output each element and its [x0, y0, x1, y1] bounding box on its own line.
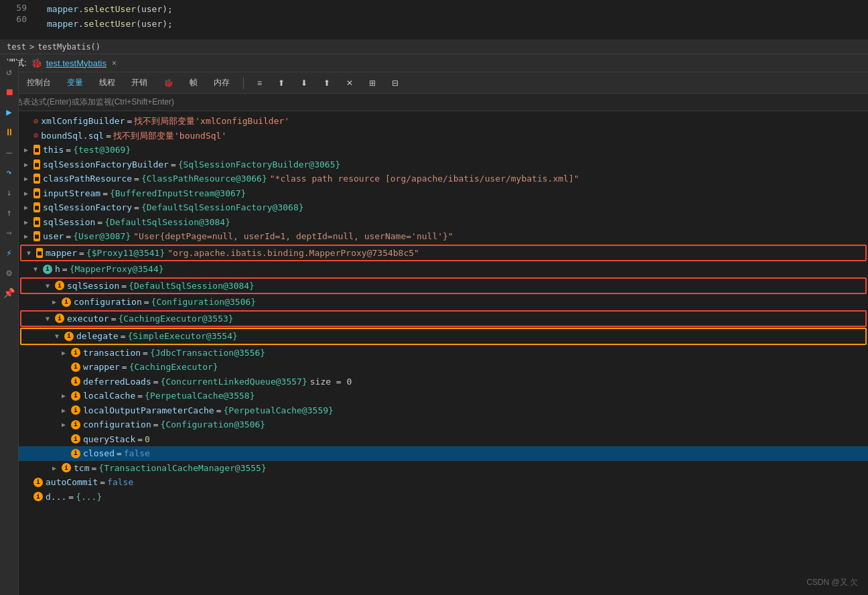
tree-deferredloads[interactable]: i deferredLoads = {ConcurrentLinkedQueue… — [19, 375, 868, 389]
arrow-is[interactable] — [24, 188, 33, 198]
side-evaluate[interactable]: ⚡ — [2, 245, 17, 260]
toolbar-threads[interactable]: 线程 — [96, 76, 118, 90]
tree-tcm[interactable]: i tcm = {TransactionalCacheManager@3555} — [19, 461, 868, 476]
arrow-sec[interactable] — [62, 419, 71, 429]
eval-placeholder[interactable]: 评估表达式(Enter)或添加监视(Ctrl+Shift+Enter) — [7, 97, 174, 107]
side-step-out[interactable]: ↑ — [2, 205, 17, 220]
icon-delegate: i — [64, 332, 74, 341]
tree-querystack[interactable]: i queryStack = 0 — [19, 432, 868, 447]
debug-icon: 🐞 — [31, 58, 42, 68]
close-tab-button[interactable]: × — [112, 58, 117, 68]
toolbar-vars[interactable]: 变量 — [64, 76, 86, 90]
icon-is: ■ — [33, 188, 40, 198]
arrow-delegate[interactable] — [55, 331, 64, 341]
tree-autocommit[interactable]: i autoCommit = false — [19, 475, 868, 490]
side-settings[interactable]: ⚙ — [2, 265, 17, 280]
toolbar-up1[interactable]: ⬆ — [275, 77, 287, 89]
icon-sfb: ■ — [33, 159, 40, 170]
breadcrumb-path: test — [7, 42, 26, 52]
arrow-h-ss[interactable] — [46, 281, 55, 291]
side-step-into[interactable]: ↓ — [2, 185, 17, 200]
arrow-h[interactable] — [33, 264, 43, 274]
tree-mapper[interactable]: ■ mapper = {$Proxy11@3541} "org.apache.i… — [20, 245, 867, 262]
icon-h: i — [43, 265, 52, 274]
error-xmlconfigbuilder: ⊘ xmlConfigBuilder = 找不到局部变量'xmlConfigBu… — [19, 114, 868, 129]
tree-d-ellipsis[interactable]: i d... = {...} — [19, 490, 868, 505]
tree-sqlsessionfactory[interactable]: ■ sqlSessionFactory = {DefaultSqlSession… — [19, 200, 868, 215]
tree-localoutputparamcache[interactable]: i localOutputParameterCache = {Perpetual… — [19, 403, 868, 418]
tree-user[interactable]: ■ user = {User@3087} "User{deptPage=null… — [19, 229, 868, 244]
arrow-ssf[interactable] — [24, 202, 33, 212]
toolbar-frame-icon[interactable]: 🐞 — [161, 77, 176, 89]
debug-tree: ⊘ xmlConfigBuilder = 找不到局部变量'xmlConfigBu… — [19, 111, 868, 559]
arrow-mapper[interactable] — [27, 248, 36, 258]
breadcrumb-sep: > — [29, 42, 34, 52]
arrow-this[interactable] — [24, 145, 33, 155]
debug-tab[interactable]: test.testMybatis — [46, 58, 106, 68]
toolbar-console[interactable]: 控制台 — [24, 76, 54, 90]
side-pause[interactable]: ⏸ — [2, 125, 17, 139]
tree-wrapper[interactable]: i wrapper = {CachingExecutor} — [19, 360, 868, 375]
tree-delegate[interactable]: i delegate = {SimpleExecutor@3554} — [20, 328, 867, 345]
arrow-txn[interactable] — [62, 348, 71, 358]
side-resume[interactable]: ▶ — [2, 105, 17, 119]
toolbar-menu[interactable]: ≡ — [255, 77, 265, 89]
icon-sec: i — [71, 420, 80, 429]
arrow-lopc[interactable] — [62, 405, 71, 415]
tree-h-sqlsession[interactable]: i sqlSession = {DefaultSqlSession@3084} — [20, 277, 867, 295]
error-icon-2: ⊘ — [33, 129, 38, 141]
tree-inputstream[interactable]: ■ inputStream = {BufferedInputStream@306… — [19, 186, 868, 201]
side-restart[interactable]: ↺ — [2, 64, 17, 79]
toolbar-overhead[interactable]: 开销 — [129, 76, 150, 90]
icon-cpr: ■ — [33, 174, 40, 184]
eval-bar: 评估表达式(Enter)或添加监视(Ctrl+Shift+Enter) — [0, 94, 868, 111]
icon-h-ss-cfg: i — [62, 298, 71, 307]
side-stop[interactable]: ⏹ — [2, 84, 17, 99]
breadcrumb-method: testMybatis() — [38, 42, 100, 52]
tree-h[interactable]: i h = {MapperProxy@3544} — [19, 262, 868, 277]
toolbar: 控制台 变量 线程 开销 🐞 帧 内存 ≡ ⬆ ⬇ ⬆ ✕ ⊞ ⊟ — [0, 72, 868, 94]
tree-executor[interactable]: i executor = {CachingExecutor@3553} — [20, 310, 867, 328]
toolbar-frames[interactable]: 帧 — [187, 76, 200, 90]
icon-wrapper: i — [71, 362, 80, 372]
code-content: mapper.selectUser(user); mapper.selectUs… — [33, 0, 868, 40]
toolbar-close[interactable]: ✕ — [344, 77, 356, 89]
arrow-tcm[interactable] — [52, 463, 62, 473]
tree-localcache[interactable]: i localCache = {PerpetualCache@3558} — [19, 389, 868, 403]
icon-lopc: i — [71, 405, 80, 415]
tree-simpleexec-config[interactable]: i configuration = {Configuration@3506} — [19, 417, 868, 432]
toolbar-down[interactable]: ⬇ — [298, 77, 310, 89]
arrow-executor[interactable] — [46, 314, 55, 324]
tree-closed[interactable]: i closed = false — [19, 446, 868, 461]
icon-h-ss: i — [55, 281, 64, 290]
icon-executor: i — [55, 314, 64, 323]
arrow-lc[interactable] — [62, 391, 71, 401]
arrow-h-ss-cfg[interactable] — [52, 297, 62, 307]
icon-mapper: ■ — [36, 248, 43, 258]
arrow-ss[interactable] — [24, 217, 33, 227]
tree-transaction[interactable]: i transaction = {JdbcTransaction@3556} — [19, 346, 868, 360]
debug-header: 调试: 🐞 test.testMybatis × — [0, 54, 868, 72]
side-pin[interactable]: 📌 — [2, 285, 17, 300]
icon-user: ■ — [33, 231, 40, 241]
tree-this[interactable]: ■ this = {test@3069} — [19, 143, 868, 157]
arrow-sfb[interactable] — [24, 159, 33, 170]
arrow-cpr[interactable] — [24, 174, 33, 184]
icon-d: i — [33, 492, 43, 501]
tree-sqlsession[interactable]: ■ sqlSession = {DefaultSqlSession@3084} — [19, 215, 868, 230]
toolbar-minus[interactable]: ⊟ — [389, 77, 401, 89]
tree-h-ss-config[interactable]: i configuration = {Configuration@3506} — [19, 295, 868, 310]
side-icons: ↺ ⏹ ▶ ⏸ — ↷ ↓ ↑ ⇒ ⚡ ⚙ 📌 — [0, 62, 19, 595]
toolbar-memory[interactable]: 内存 — [211, 76, 232, 90]
side-run-cursor[interactable]: ⇒ — [2, 225, 17, 240]
side-step-over[interactable]: ↷ — [2, 165, 17, 180]
toolbar-up2[interactable]: ⬆ — [321, 77, 333, 89]
icon-ss: ■ — [33, 217, 40, 227]
icon-txn: i — [71, 348, 80, 357]
tree-classpathresource[interactable]: ■ classPathResource = {ClassPathResource… — [19, 172, 868, 186]
icon-ssf: ■ — [33, 202, 40, 212]
arrow-user[interactable] — [24, 231, 33, 241]
toolbar-grid[interactable]: ⊞ — [366, 77, 378, 89]
tree-sqlsessionfactorybuilder[interactable]: ■ sqlSessionFactoryBuilder = {SqlSession… — [19, 157, 868, 172]
icon-qs: i — [71, 434, 80, 444]
